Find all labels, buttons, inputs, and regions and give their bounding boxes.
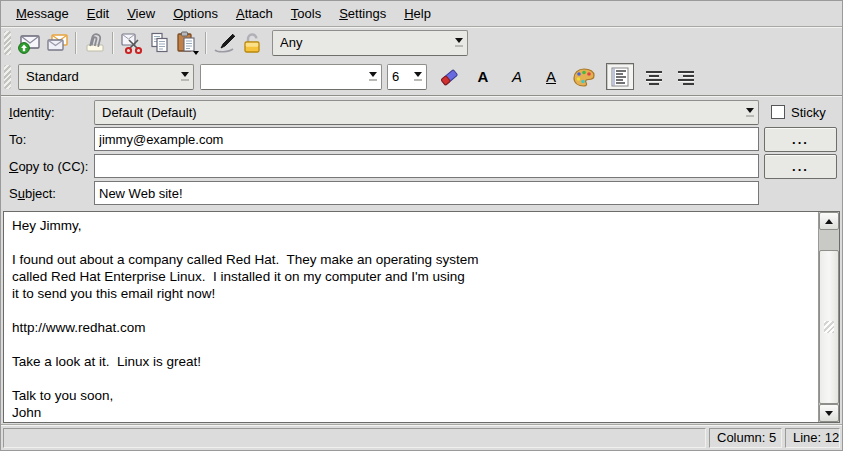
font-size-combo[interactable] bbox=[387, 64, 427, 90]
align-right-icon bbox=[676, 67, 696, 87]
cc-input[interactable] bbox=[94, 154, 759, 178]
status-message-panel bbox=[3, 428, 706, 448]
main-toolbar: Any bbox=[1, 27, 842, 58]
underline-button[interactable]: A bbox=[537, 63, 565, 90]
subject-label: Subject: bbox=[3, 186, 94, 201]
toolbar-separator bbox=[112, 32, 113, 54]
copy-button[interactable] bbox=[145, 29, 173, 56]
message-body-area: Hey Jimmy, I found out about a company c… bbox=[3, 211, 840, 423]
subject-input[interactable] bbox=[94, 181, 759, 205]
scroll-up-button[interactable] bbox=[819, 212, 839, 230]
to-row: To: ... bbox=[3, 126, 840, 152]
menu-help[interactable]: Help bbox=[395, 3, 440, 24]
align-right-button[interactable] bbox=[672, 63, 700, 90]
open-padlock-icon bbox=[240, 31, 264, 55]
menu-attach[interactable]: Attach bbox=[227, 3, 282, 24]
send-button[interactable] bbox=[15, 29, 43, 56]
menu-message[interactable]: Message bbox=[7, 3, 78, 24]
format-toolbar: Standard A A bbox=[1, 58, 842, 96]
chevron-down-icon bbox=[741, 101, 758, 124]
encrypt-message-button[interactable] bbox=[238, 29, 266, 56]
queue-button[interactable] bbox=[43, 29, 71, 56]
status-column: Column: 5 bbox=[709, 428, 782, 448]
scroll-down-button[interactable] bbox=[819, 404, 839, 422]
pen-sign-icon bbox=[211, 31, 238, 55]
chevron-down-icon bbox=[364, 65, 381, 89]
sticky-option: Sticky bbox=[771, 105, 826, 120]
font-family-combo[interactable] bbox=[200, 64, 382, 90]
sticky-checkbox[interactable] bbox=[771, 105, 785, 119]
align-center-button[interactable] bbox=[640, 63, 668, 90]
font-size-input[interactable] bbox=[388, 65, 409, 89]
text-color-button[interactable] bbox=[570, 63, 598, 90]
menu-options[interactable]: Options bbox=[164, 3, 227, 24]
sign-message-button[interactable] bbox=[210, 29, 238, 56]
menubar: Message Edit View Options Attach Tools S… bbox=[1, 1, 842, 27]
bold-button[interactable]: A bbox=[469, 63, 497, 90]
to-input[interactable] bbox=[94, 127, 759, 151]
scrollbar-thumb[interactable] bbox=[819, 250, 839, 404]
to-label: To: bbox=[3, 132, 94, 147]
attach-file-button[interactable] bbox=[80, 29, 108, 56]
paragraph-style-select[interactable]: Standard bbox=[18, 64, 194, 90]
identity-row: Identity: Default (Default) Sticky bbox=[3, 99, 840, 125]
menu-view[interactable]: View bbox=[118, 3, 164, 24]
scissors-cut-icon bbox=[119, 31, 144, 55]
crypto-format-value: Any bbox=[280, 35, 450, 50]
cc-row: Copy to (CC): ... bbox=[3, 153, 840, 179]
bold-icon: A bbox=[478, 68, 489, 85]
sticky-label: Sticky bbox=[791, 105, 826, 120]
cc-label: Copy to (CC): bbox=[3, 159, 94, 174]
paragraph-style-value: Standard bbox=[26, 69, 176, 84]
queue-envelopes-icon bbox=[45, 31, 70, 55]
message-body-editor[interactable]: Hey Jimmy, I found out about a company c… bbox=[4, 212, 818, 422]
mail-composer-window: Message Edit View Options Attach Tools S… bbox=[0, 0, 843, 451]
remove-formatting-button[interactable] bbox=[435, 63, 463, 90]
italic-icon: A bbox=[512, 68, 522, 85]
clipboard-paste-icon bbox=[174, 30, 200, 56]
underline-icon: A bbox=[546, 68, 556, 85]
italic-button[interactable]: A bbox=[503, 63, 531, 90]
toolbar-separator bbox=[205, 32, 206, 54]
cut-button[interactable] bbox=[117, 29, 145, 56]
paperclip-icon bbox=[82, 31, 107, 55]
copy-pages-icon bbox=[147, 31, 172, 55]
eraser-icon bbox=[436, 65, 462, 89]
menu-edit[interactable]: Edit bbox=[78, 3, 118, 24]
align-left-icon bbox=[610, 67, 630, 87]
editor-scrollbar[interactable] bbox=[818, 212, 839, 422]
menu-tools[interactable]: Tools bbox=[282, 3, 330, 24]
menu-settings[interactable]: Settings bbox=[330, 3, 395, 24]
statusbar: Column: 5 Line: 12 bbox=[1, 424, 842, 450]
chevron-down-icon bbox=[450, 31, 467, 55]
identity-select[interactable]: Default (Default) bbox=[94, 100, 759, 125]
toolbar-drag-handle[interactable] bbox=[4, 65, 11, 89]
scrollbar-trough[interactable] bbox=[819, 230, 839, 250]
toolbar-drag-handle[interactable] bbox=[4, 31, 11, 55]
font-family-input[interactable] bbox=[201, 65, 364, 89]
status-line: Line: 12 bbox=[785, 428, 840, 448]
subject-row: Subject: bbox=[3, 180, 840, 206]
to-addressbook-button[interactable]: ... bbox=[764, 127, 837, 152]
crypto-format-select[interactable]: Any bbox=[272, 30, 468, 56]
toolbar-separator bbox=[75, 32, 76, 54]
chevron-down-icon bbox=[409, 65, 426, 89]
send-envelope-icon bbox=[17, 31, 42, 55]
chevron-down-icon bbox=[176, 65, 193, 89]
composer-headers: Identity: Default (Default) Sticky To: .… bbox=[1, 96, 842, 210]
identity-value: Default (Default) bbox=[102, 105, 741, 120]
align-center-icon bbox=[644, 67, 664, 87]
align-left-button[interactable] bbox=[606, 63, 634, 90]
cc-addressbook-button[interactable]: ... bbox=[764, 154, 837, 179]
scrollbar-grip bbox=[824, 321, 834, 333]
palette-icon bbox=[571, 65, 597, 89]
paste-button[interactable] bbox=[173, 29, 201, 56]
identity-label: Identity: bbox=[3, 105, 94, 120]
